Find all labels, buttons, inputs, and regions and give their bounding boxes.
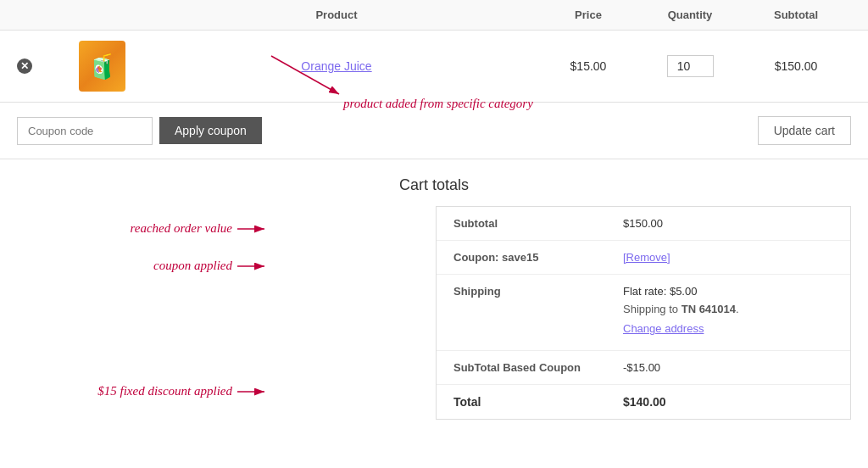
shipping-value: Flat rate: $5.00 Shipping to TN 641014. … bbox=[623, 285, 833, 335]
fixed-discount-arrow bbox=[237, 386, 271, 398]
coupon-input[interactable] bbox=[17, 117, 153, 145]
cart-totals-section: Cart totals reached order value bbox=[0, 176, 868, 420]
subtotal-value: $150.00 bbox=[623, 217, 833, 230]
coupon-applied-annotation: coupon applied bbox=[153, 259, 271, 273]
cart-totals-title: Cart totals bbox=[399, 176, 469, 194]
apply-coupon-button[interactable]: Apply coupon bbox=[159, 117, 262, 144]
fixed-discount-annotation: $15 fixed discount applied bbox=[97, 384, 271, 398]
coupon-row: Apply coupon Update cart bbox=[0, 103, 868, 159]
quantity-input[interactable] bbox=[667, 55, 714, 77]
remove-circle-icon[interactable]: ✕ bbox=[17, 58, 32, 74]
subtotal-row: Subtotal $150.00 bbox=[437, 207, 850, 241]
coupon-row-totals: Coupon: save15 [Remove] bbox=[437, 241, 850, 275]
total-label: Total bbox=[453, 395, 623, 409]
coupon-totals-label: Coupon: save15 bbox=[453, 251, 623, 264]
col-quantity-header: Quantity bbox=[639, 8, 741, 21]
discount-row: SubTotal Based Coupon -$15.00 bbox=[437, 351, 850, 385]
coupon-applied-arrow bbox=[237, 260, 271, 272]
col-price-header: Price bbox=[537, 8, 639, 21]
product-image-cell: 🧃 bbox=[68, 41, 136, 92]
discount-value: -$15.00 bbox=[623, 361, 833, 374]
quantity-cell bbox=[639, 55, 741, 77]
col-remove-header bbox=[17, 8, 68, 21]
discount-label: SubTotal Based Coupon bbox=[453, 361, 623, 374]
shipping-location: TN 641014 bbox=[682, 303, 736, 315]
juice-bottle-icon: 🧃 bbox=[87, 53, 117, 81]
total-row: Total $140.00 bbox=[437, 385, 850, 419]
cart-totals-wrapper: reached order value coupon applied bbox=[17, 206, 851, 420]
total-value: $140.00 bbox=[623, 395, 833, 409]
update-cart-button[interactable]: Update cart bbox=[758, 116, 851, 145]
change-address-link[interactable]: Change address bbox=[623, 322, 704, 335]
shipping-rate: Flat rate: $5.00 bbox=[623, 285, 833, 298]
remove-coupon-link[interactable]: [Remove] bbox=[623, 251, 670, 264]
product-image: 🧃 bbox=[79, 41, 125, 92]
coupon-left: Apply coupon bbox=[17, 117, 262, 145]
subtotal-cell: $150.00 bbox=[741, 59, 851, 73]
left-annotations: reached order value coupon applied bbox=[17, 206, 280, 420]
change-address-container: Change address bbox=[623, 322, 833, 335]
shipping-label: Shipping bbox=[453, 285, 623, 298]
col-product-header: Product bbox=[136, 8, 537, 21]
product-name-cell: Orange Juice bbox=[136, 59, 537, 73]
cart-totals-table: Subtotal $150.00 Coupon: save15 [Remove]… bbox=[436, 206, 851, 420]
cart-table-header: Product Price Quantity Subtotal bbox=[0, 0, 868, 31]
reached-order-annotation: reached order value bbox=[130, 221, 271, 236]
col-image-header bbox=[68, 8, 136, 21]
shipping-to-text: Shipping to TN 641014. bbox=[623, 303, 833, 315]
subtotal-label: Subtotal bbox=[453, 217, 623, 230]
reached-order-arrow bbox=[237, 223, 271, 235]
col-subtotal-header: Subtotal bbox=[741, 8, 851, 21]
coupon-remove-value: [Remove] bbox=[623, 251, 833, 264]
cart-row: ✕ 🧃 Orange Juice $15.00 $150.00 bbox=[0, 31, 868, 103]
product-link[interactable]: Orange Juice bbox=[301, 59, 371, 73]
remove-btn[interactable]: ✕ bbox=[17, 58, 68, 74]
shipping-row: Shipping Flat rate: $5.00 Shipping to TN… bbox=[437, 275, 850, 351]
price-cell: $15.00 bbox=[537, 59, 639, 73]
